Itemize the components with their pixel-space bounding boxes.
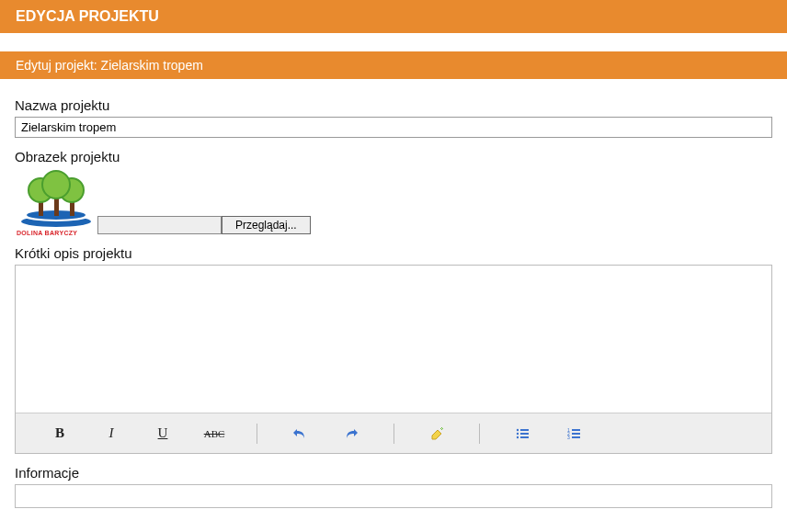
svg-rect-13 xyxy=(520,429,529,431)
undo-button[interactable] xyxy=(274,420,325,447)
info-label: Informacje xyxy=(15,465,772,481)
svg-point-16 xyxy=(517,436,519,437)
redo-button[interactable] xyxy=(325,420,377,447)
browse-button[interactable]: Przeglądaj... xyxy=(222,216,311,234)
file-path-display xyxy=(97,216,222,234)
clear-formatting-button[interactable] xyxy=(411,420,462,447)
eraser-icon xyxy=(429,426,444,441)
unordered-list-button[interactable] xyxy=(496,420,548,447)
editor-toolbar: B I U ABC xyxy=(16,413,771,453)
logo-caption: DOLINA BARYCZY xyxy=(17,230,77,236)
toolbar-separator xyxy=(257,424,257,444)
project-name-label: Nazwa projektu xyxy=(15,97,772,113)
page-header: EDYCJA PROJEKTU xyxy=(0,0,787,33)
svg-rect-23 xyxy=(572,436,580,438)
italic-button[interactable]: I xyxy=(86,420,137,447)
bold-button[interactable]: B xyxy=(34,420,86,447)
underline-button[interactable]: U xyxy=(137,420,188,447)
short-desc-textarea[interactable] xyxy=(16,266,771,413)
svg-point-14 xyxy=(517,432,519,434)
strikethrough-button[interactable]: ABC xyxy=(188,420,240,447)
short-desc-label: Krótki opis projektu xyxy=(15,245,772,261)
project-image-label: Obrazek projektu xyxy=(15,149,772,164)
form-content: Nazwa projektu Obrazek projektu DOLINA B… xyxy=(0,79,787,515)
svg-rect-15 xyxy=(520,433,529,435)
ordered-list-button[interactable]: 1 2 3 xyxy=(548,420,599,447)
toolbar-separator xyxy=(394,424,394,444)
redo-icon xyxy=(344,426,359,441)
logo-svg xyxy=(15,168,97,234)
project-logo: DOLINA BARYCZY xyxy=(15,168,97,234)
svg-rect-19 xyxy=(572,429,580,431)
svg-rect-17 xyxy=(520,436,529,438)
image-upload-row: DOLINA BARYCZY Przeglądaj... xyxy=(15,168,772,234)
spacer xyxy=(0,33,787,51)
toolbar-separator xyxy=(479,424,480,444)
undo-icon xyxy=(292,426,307,441)
info-editor[interactable] xyxy=(15,484,772,508)
bullet-list-icon xyxy=(515,426,530,441)
svg-point-12 xyxy=(517,428,519,430)
project-name-input[interactable] xyxy=(15,117,772,138)
svg-rect-21 xyxy=(572,433,580,435)
subheader: Edytuj projekt: Zielarskim tropem xyxy=(0,51,787,79)
subheader-title: Edytuj projekt: Zielarskim tropem xyxy=(16,58,203,73)
page-title: EDYCJA PROJEKTU xyxy=(16,8,159,24)
numbered-list-icon: 1 2 3 xyxy=(566,426,581,441)
short-desc-editor: B I U ABC xyxy=(15,265,772,454)
svg-text:3: 3 xyxy=(567,435,570,440)
